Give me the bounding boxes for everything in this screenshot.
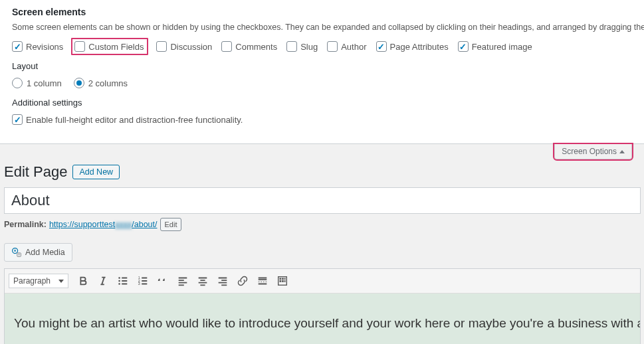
checkbox-option-featured-image[interactable]: Featured image [458, 41, 532, 52]
checkbox-custom-fields[interactable] [74, 41, 85, 52]
italic-button[interactable] [94, 272, 112, 290]
toolbar-toggle-button[interactable] [273, 272, 292, 290]
bullet-list-button[interactable] [114, 272, 132, 290]
checkbox-option-custom-fields[interactable]: Custom Fields [71, 38, 148, 55]
page-title-input[interactable] [4, 187, 641, 214]
checkbox-label: Slug [300, 42, 318, 52]
svg-text:3: 3 [138, 282, 140, 286]
screen-elements-heading: Screen elements [12, 7, 632, 17]
layout-option-label: 1 column [27, 78, 62, 88]
permalink-label: Permalink: [4, 220, 47, 229]
align-right-button[interactable] [213, 272, 232, 290]
screen-elements-description: Some screen elements can be shown or hid… [12, 23, 632, 32]
layout-option-label: 2 columns [88, 78, 128, 88]
checkbox-label: Comments [235, 42, 277, 52]
checkbox-label: Page Attributes [390, 42, 449, 52]
align-center-button[interactable] [193, 272, 212, 290]
checkbox-author[interactable] [327, 41, 338, 52]
layout-options: 1 column2 columns [12, 78, 632, 88]
checkbox-option-page-attributes[interactable]: Page Attributes [376, 41, 449, 52]
checkbox-discussion[interactable] [156, 41, 167, 52]
screen-options-panel: Screen elements Some screen elements can… [0, 0, 644, 144]
checkbox-comments[interactable] [221, 41, 232, 52]
checkbox-option-revisions[interactable]: Revisions [12, 41, 63, 52]
page-body: Edit Page Add New Permalink: https://sup… [0, 159, 644, 344]
layout-option[interactable]: 2 columns [74, 78, 128, 88]
svg-rect-1 [17, 253, 21, 257]
format-select[interactable]: Paragraph [9, 274, 68, 288]
checkbox-option-discussion[interactable]: Discussion [156, 41, 212, 52]
checkbox-revisions[interactable] [12, 41, 23, 52]
chevron-up-icon [619, 150, 625, 153]
checkbox-label: Author [341, 42, 366, 52]
read-more-button[interactable] [253, 272, 272, 290]
svg-rect-13 [282, 280, 284, 282]
quote-button[interactable] [154, 272, 172, 290]
page-header: Edit Page Add New [4, 163, 644, 181]
svg-rect-10 [282, 278, 284, 280]
checkbox-slug[interactable] [286, 41, 297, 52]
media-icon [11, 247, 22, 258]
screen-options-tab[interactable]: Screen Options [554, 144, 632, 159]
layout-heading: Layout [12, 61, 632, 71]
page-heading: Edit Page [4, 163, 67, 181]
permalink-edit-button[interactable]: Edit [160, 218, 182, 231]
additional-option[interactable]: Enable full-height editor and distractio… [12, 114, 243, 125]
add-new-button[interactable]: Add New [72, 165, 120, 179]
svg-rect-11 [284, 278, 286, 280]
checkbox-label: Discussion [170, 42, 212, 52]
checkbox-label: Revisions [26, 42, 63, 52]
add-media-label: Add Media [25, 248, 65, 257]
editor: Paragraph 123 [4, 268, 641, 344]
additional-settings-heading: Additional settings [12, 98, 632, 108]
bold-button[interactable] [74, 272, 92, 290]
checkbox-option-slug[interactable]: Slug [286, 41, 318, 52]
checkbox-full-height-editor[interactable] [12, 114, 23, 125]
checkbox-label: Custom Fields [88, 42, 144, 52]
add-media-button[interactable]: Add Media [4, 243, 72, 262]
checkbox-option-comments[interactable]: Comments [221, 41, 277, 52]
svg-rect-9 [280, 278, 282, 280]
screen-options-tab-label: Screen Options [562, 147, 617, 156]
permalink-link[interactable]: https://supporttestxxxx/about/ [49, 220, 158, 229]
checkbox-option-author[interactable]: Author [327, 41, 366, 52]
svg-rect-14 [284, 280, 286, 282]
checkbox-label: Featured image [472, 42, 532, 52]
screen-elements-checkboxes: RevisionsCustom FieldsDiscussionComments… [12, 41, 632, 52]
additional-option-label: Enable full-height editor and distractio… [26, 115, 243, 125]
editor-toolbar: Paragraph 123 [5, 269, 640, 294]
radio-2-columns[interactable] [74, 78, 84, 88]
svg-point-3 [118, 280, 120, 282]
svg-point-4 [118, 283, 120, 285]
chevron-down-icon [58, 280, 64, 283]
radio-1-column[interactable] [12, 78, 23, 88]
checkbox-featured-image[interactable] [458, 41, 469, 52]
align-left-button[interactable] [173, 272, 192, 290]
layout-option[interactable]: 1 column [12, 78, 62, 88]
editor-content[interactable]: You might be an artist who would like to… [5, 294, 640, 344]
number-list-button[interactable]: 123 [134, 272, 152, 290]
svg-rect-12 [280, 280, 282, 282]
checkbox-page-attributes[interactable] [376, 41, 387, 52]
svg-point-2 [118, 277, 120, 279]
permalink-row: Permalink: https://supporttestxxxx/about… [4, 218, 644, 231]
link-button[interactable] [233, 272, 252, 290]
screen-options-tab-wrap: Screen Options [0, 144, 644, 159]
